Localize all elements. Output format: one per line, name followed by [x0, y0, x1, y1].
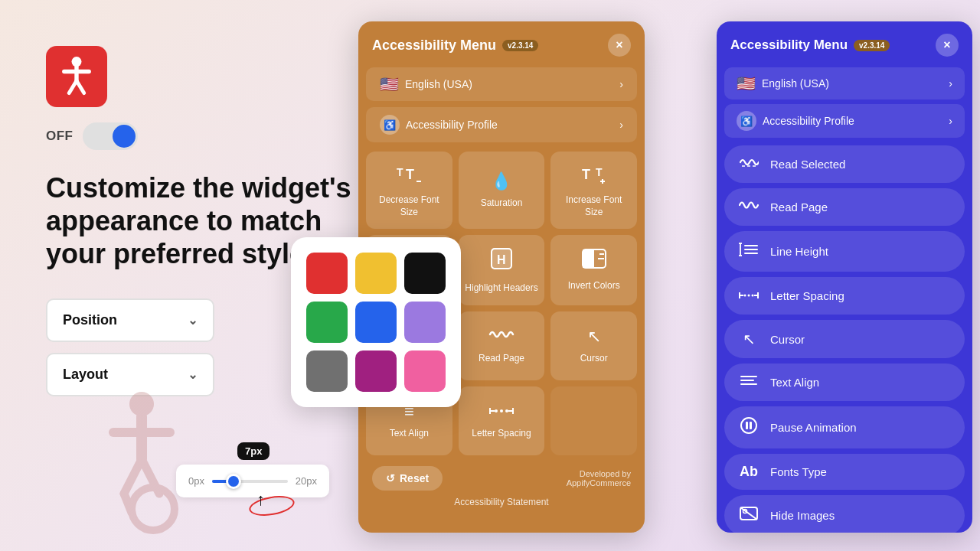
svg-point-10: [132, 487, 175, 530]
feature-increase-font[interactable]: T T Increase Font Size: [550, 152, 637, 229]
hide-images-icon: [738, 505, 760, 526]
svg-line-3: [69, 80, 77, 93]
cursor-menu-icon: ↖: [738, 330, 760, 348]
cursor-feature-icon: ↖: [587, 327, 601, 347]
slider-section: 7px 0px 20px ↑: [176, 442, 329, 497]
feature-empty: [550, 386, 637, 455]
read-selected-label: Read Selected: [770, 158, 845, 171]
color-swatch-green[interactable]: [306, 302, 348, 343]
saturation-label: Saturation: [481, 197, 523, 210]
feature-cursor[interactable]: ↖ Cursor: [550, 311, 637, 380]
text-align-label: Text Align: [390, 428, 429, 440]
feature-letter-spacing[interactable]: Letter Spacing: [459, 386, 545, 455]
right-language-row[interactable]: 🇺🇸 English (USA) ›: [724, 67, 965, 99]
slider-max-label: 20px: [296, 475, 317, 487]
right-profile-icon: ♿: [737, 111, 756, 131]
text-align-menu-label: Text Align: [770, 376, 819, 389]
reset-icon: ↺: [386, 472, 395, 484]
toggle-switch[interactable]: [83, 122, 138, 150]
pause-animation-label: Pause Animation: [770, 421, 857, 434]
accessibility-statement[interactable]: Accessibility Statement: [358, 497, 645, 517]
svg-point-33: [495, 409, 498, 412]
position-dropdown[interactable]: Position ⌄: [46, 298, 214, 342]
highlight-headers-icon: H: [488, 246, 514, 276]
decrease-font-icon: T T: [397, 162, 421, 188]
right-panel: Accessibility Menu v2.3.14 × 🇺🇸 English …: [717, 21, 972, 533]
letter-spacing-label: Letter Spacing: [472, 428, 531, 440]
svg-point-52: [752, 295, 754, 297]
slider-knob[interactable]: [226, 474, 241, 489]
cursor-label: Cursor: [580, 353, 608, 365]
right-close-button[interactable]: ×: [936, 34, 959, 57]
slider-min-label: 0px: [188, 475, 204, 487]
line-height-menu-icon: [738, 241, 760, 262]
cursor-arrow-icon: ↑: [256, 490, 265, 510]
highlight-headers-label: Highlight Headers: [465, 282, 537, 295]
right-panel-header: Accessibility Menu v2.3.14 ×: [717, 21, 972, 67]
color-swatch-pink[interactable]: [404, 350, 446, 392]
color-swatch-gray[interactable]: [306, 350, 348, 392]
center-close-button[interactable]: ×: [608, 34, 631, 57]
chevron-down-icon: ⌄: [188, 313, 198, 328]
menu-item-read-page[interactable]: Read Page: [724, 188, 965, 226]
color-swatch-red[interactable]: [306, 253, 348, 294]
slider-tooltip: 7px: [237, 442, 270, 460]
read-page-label: Read Page: [479, 353, 524, 365]
color-swatch-purple-light[interactable]: [404, 302, 446, 343]
toggle-label: OFF: [46, 129, 74, 144]
center-profile-row[interactable]: ♿ Accessibility Profile ›: [366, 107, 637, 142]
svg-text:T: T: [596, 166, 603, 178]
pause-animation-icon: [738, 416, 760, 439]
fonts-type-icon: Ab: [738, 464, 760, 480]
svg-point-34: [500, 409, 503, 412]
chevron-right-icon: ›: [949, 77, 952, 90]
menu-item-letter-spacing[interactable]: Letter Spacing: [724, 277, 965, 315]
invert-colors-icon: [581, 248, 607, 274]
read-page-menu-icon: [738, 198, 760, 216]
center-language-row[interactable]: 🇺🇸 English (USA) ›: [366, 67, 637, 101]
color-swatch-black[interactable]: [404, 253, 446, 294]
developed-by-text: Developed byAppifyCommerce: [567, 469, 631, 487]
decrease-font-label: Decrease Font Size: [372, 194, 446, 218]
letter-spacing-menu-label: Letter Spacing: [770, 289, 844, 302]
svg-text:H: H: [497, 253, 506, 266]
svg-rect-61: [750, 422, 752, 429]
slider-ellipse-decoration: [247, 493, 296, 519]
feature-read-page[interactable]: Read Page: [459, 311, 545, 380]
color-swatch-blue[interactable]: [355, 302, 397, 343]
increase-font-icon: T T: [582, 162, 606, 188]
letter-spacing-menu-icon: [738, 287, 760, 305]
feature-decrease-font[interactable]: T T Decrease Font Size: [366, 152, 452, 229]
read-selected-icon: [738, 155, 760, 173]
center-panel-header: Accessibility Menu v2.3.14 ×: [358, 21, 645, 67]
feature-highlight-headers[interactable]: H Highlight Headers: [459, 235, 545, 305]
flag-icon: 🇺🇸: [380, 75, 399, 93]
slider-track[interactable]: [212, 480, 288, 483]
menu-item-fonts-type[interactable]: Ab Fonts Type: [724, 454, 965, 490]
feature-saturation[interactable]: 💧 Saturation: [459, 152, 545, 229]
right-profile-row[interactable]: ♿ Accessibility Profile ›: [724, 104, 965, 138]
fonts-type-label: Fonts Type: [770, 465, 827, 478]
menu-item-cursor[interactable]: ↖ Cursor: [724, 320, 965, 358]
menu-item-text-align[interactable]: Text Align: [724, 364, 965, 401]
center-panel-footer: ↺ Reset Developed byAppifyCommerce: [358, 455, 645, 497]
menu-item-hide-images[interactable]: Hide Images: [724, 495, 965, 533]
color-swatch-magenta[interactable]: [355, 350, 397, 392]
center-version-badge: v2.3.14: [502, 40, 538, 51]
feature-invert-colors[interactable]: Invert Colors: [550, 235, 637, 305]
line-height-menu-label: Line Height: [770, 245, 828, 258]
svg-line-63: [740, 507, 757, 520]
toggle-row: OFF: [46, 122, 368, 150]
color-swatch-yellow[interactable]: [355, 253, 397, 294]
menu-item-read-selected[interactable]: Read Selected: [724, 145, 965, 183]
slider-container: 0px 20px: [176, 465, 329, 497]
toggle-knob: [113, 125, 136, 148]
layout-dropdown[interactable]: Layout ⌄: [46, 353, 214, 396]
center-panel-title: Accessibility Menu v2.3.14: [372, 37, 538, 54]
right-flag-icon: 🇺🇸: [737, 74, 756, 93]
hide-images-label: Hide Images: [770, 509, 835, 522]
chevron-right-icon: ›: [949, 115, 952, 127]
menu-item-pause-animation[interactable]: Pause Animation: [724, 406, 965, 448]
reset-button[interactable]: ↺ Reset: [372, 466, 443, 491]
menu-item-line-height[interactable]: Line Height: [724, 231, 965, 272]
